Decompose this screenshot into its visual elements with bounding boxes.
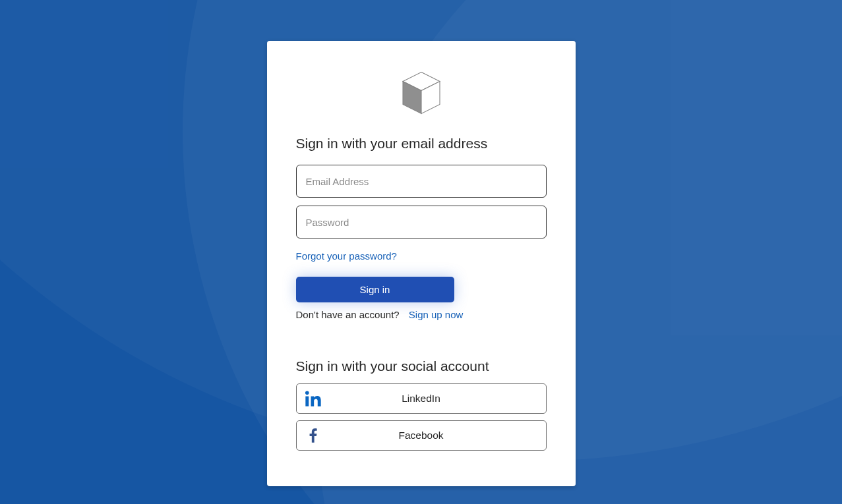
signup-link[interactable]: Sign up now [409, 309, 464, 320]
page-background: Sign in with your email address Forgot y… [0, 0, 842, 504]
svg-rect-3 [305, 397, 309, 406]
facebook-label: Facebook [330, 430, 546, 441]
no-account-text: Don't have an account? [296, 309, 400, 320]
linkedin-label: LinkedIn [330, 393, 546, 405]
svg-point-4 [305, 391, 309, 395]
password-input[interactable] [296, 206, 547, 238]
linkedin-icon [297, 389, 330, 408]
signin-card: Sign in with your email address Forgot y… [267, 41, 576, 486]
signin-button[interactable]: Sign in [296, 277, 454, 302]
facebook-signin-button[interactable]: Facebook [296, 420, 547, 451]
signin-heading: Sign in with your email address [296, 136, 547, 152]
forgot-password-link[interactable]: Forgot your password? [296, 250, 397, 262]
logo-container [296, 70, 547, 119]
linkedin-signin-button[interactable]: LinkedIn [296, 383, 547, 414]
facebook-icon [297, 427, 330, 444]
social-heading: Sign in with your social account [296, 358, 547, 374]
email-input[interactable] [296, 165, 547, 198]
cube-logo-icon [398, 70, 444, 119]
signup-row: Don't have an account? Sign up now [296, 309, 547, 320]
